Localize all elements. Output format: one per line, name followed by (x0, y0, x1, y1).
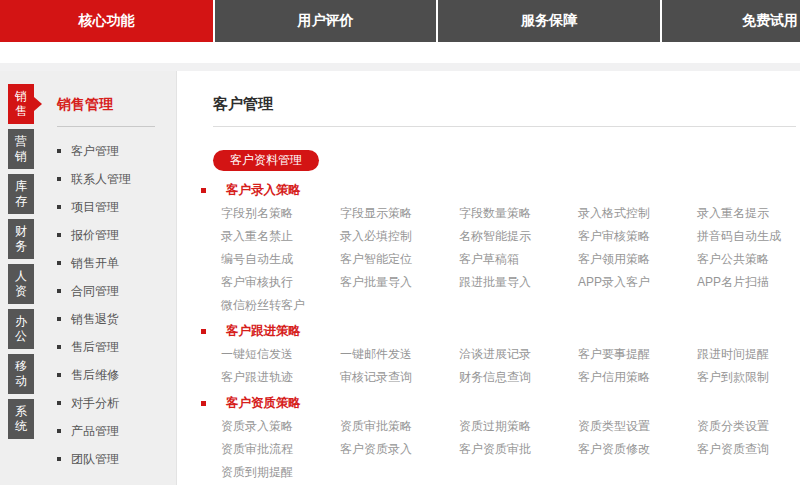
sidebar: 销售营销库存财务人资办公移动系统 销售管理 客户管理联系人管理项目管理报价管理销… (0, 71, 177, 485)
sales-menu: 销售管理 客户管理联系人管理项目管理报价管理销售开单合同管理销售退货售后管理售后… (57, 71, 176, 473)
feature-item: 客户审核策略 (578, 225, 697, 248)
feature-item: 编号自动生成 (221, 248, 340, 271)
customer-data-management-button[interactable]: 客户资料管理 (213, 150, 319, 171)
feature-item: 客户信用策略 (578, 366, 697, 389)
menu-item-bullet (57, 457, 61, 461)
feature-item: 客户领用策略 (578, 248, 697, 271)
topnav-tab-4[interactable]: 免费试用 (662, 0, 800, 42)
section-bullet-icon (201, 329, 206, 334)
menu-item-label: 团队管理 (71, 451, 119, 468)
feature-section-1: 客户录入策略字段别名策略字段显示策略字段数量策略录入格式控制录入重名提示录入重名… (213, 179, 796, 317)
category-tab-7[interactable]: 移动 (8, 354, 34, 394)
feature-item: 微信粉丝转客户 (221, 294, 340, 317)
feature-item: 字段数量策略 (459, 202, 578, 225)
sidebar-menu-item-10[interactable]: 对手分析 (57, 389, 176, 417)
main-content: 客户管理 客户资料管理 客户录入策略字段别名策略字段显示策略字段数量策略录入格式… (177, 71, 800, 485)
feature-item: 资质到期提醒 (221, 461, 340, 484)
feature-item: 跟进时间提醒 (697, 343, 800, 366)
sidebar-menu-item-12[interactable]: 团队管理 (57, 445, 176, 473)
feature-grid-1: 字段别名策略字段显示策略字段数量策略录入格式控制录入重名提示录入重名禁止录入必填… (221, 202, 796, 317)
feature-item: 资质过期策略 (459, 415, 578, 438)
category-tab-3[interactable]: 库存 (8, 174, 34, 214)
feature-item: 录入必填控制 (340, 225, 459, 248)
menu-item-label: 项目管理 (71, 199, 119, 216)
feature-item: 客户到款限制 (697, 366, 800, 389)
feature-item: 客户资质修改 (578, 438, 697, 461)
feature-grid-2: 一键短信发送一键邮件发送洽谈进展记录客户要事提醒跟进时间提醒客户跟进轨迹审核记录… (221, 343, 796, 389)
sidebar-menu-item-2[interactable]: 联系人管理 (57, 165, 176, 193)
feature-item: 录入重名提示 (697, 202, 800, 225)
menu-item-label: 销售开单 (71, 255, 119, 272)
feature-item: APP录入客户 (578, 271, 697, 294)
feature-item: 洽谈进展记录 (459, 343, 578, 366)
topnav-tab-2[interactable]: 用户评价 (215, 0, 436, 42)
category-tab-2[interactable]: 营销 (8, 129, 34, 169)
section-header-1: 客户录入策略 (201, 179, 796, 202)
feature-item: 录入重名禁止 (221, 225, 340, 248)
category-tab-6[interactable]: 办公 (8, 309, 34, 349)
feature-item: 财务信息查询 (459, 366, 578, 389)
feature-item: 客户资质查询 (697, 438, 800, 461)
sidebar-menu-item-9[interactable]: 售后维修 (57, 361, 176, 389)
feature-sections: 客户录入策略字段别名策略字段显示策略字段数量策略录入格式控制录入重名提示录入重名… (213, 179, 796, 484)
section-header-2: 客户跟进策略 (201, 320, 796, 343)
category-tab-5[interactable]: 人资 (8, 264, 34, 304)
feature-section-3: 客户资质策略资质录入策略资质审批策略资质过期策略资质类型设置资质分类设置资质审批… (213, 392, 796, 484)
feature-item: 客户审核执行 (221, 271, 340, 294)
sidebar-title: 销售管理 (57, 96, 176, 114)
sidebar-menu-item-1[interactable]: 客户管理 (57, 137, 176, 165)
feature-item: 客户资质审批 (459, 438, 578, 461)
top-spacer (0, 42, 800, 63)
feature-item: APP名片扫描 (697, 271, 800, 294)
category-tab-8[interactable]: 系统 (8, 399, 34, 439)
category-tabs: 销售营销库存财务人资办公移动系统 (8, 84, 34, 444)
feature-item: 客户智能定位 (340, 248, 459, 271)
feature-item: 一键短信发送 (221, 343, 340, 366)
feature-item: 字段显示策略 (340, 202, 459, 225)
page-title: 客户管理 (213, 95, 796, 114)
menu-item-label: 合同管理 (71, 283, 119, 300)
feature-item: 客户要事提醒 (578, 343, 697, 366)
menu-item-label: 联系人管理 (71, 171, 131, 188)
menu-item-bullet (57, 177, 61, 181)
category-tab-1[interactable]: 销售 (8, 84, 34, 124)
feature-item: 资质审批策略 (340, 415, 459, 438)
feature-item: 客户跟进轨迹 (221, 366, 340, 389)
title-divider (213, 126, 796, 127)
menu-item-bullet (57, 373, 61, 377)
feature-item: 资质分类设置 (697, 415, 800, 438)
sidebar-menu-item-8[interactable]: 售后管理 (57, 333, 176, 361)
feature-item: 跟进批量导入 (459, 271, 578, 294)
menu-item-bullet (57, 429, 61, 433)
sidebar-menu-item-7[interactable]: 销售退货 (57, 305, 176, 333)
feature-item: 客户草稿箱 (459, 248, 578, 271)
sidebar-menu-item-4[interactable]: 报价管理 (57, 221, 176, 249)
topnav-tab-3[interactable]: 服务保障 (438, 0, 660, 42)
feature-item: 客户批量导入 (340, 271, 459, 294)
sidebar-divider (57, 126, 155, 127)
menu-item-label: 销售退货 (71, 311, 119, 328)
content-row: 销售营销库存财务人资办公移动系统 销售管理 客户管理联系人管理项目管理报价管理销… (0, 71, 800, 485)
content-top-band (0, 63, 800, 71)
feature-item: 审核记录查询 (340, 366, 459, 389)
topnav-tab-1[interactable]: 核心功能 (0, 0, 213, 42)
sidebar-menu-item-11[interactable]: 产品管理 (57, 417, 176, 445)
category-tab-4[interactable]: 财务 (8, 219, 34, 259)
section-title: 客户跟进策略 (226, 323, 301, 340)
feature-item: 客户公共策略 (697, 248, 800, 271)
feature-item: 名称智能提示 (459, 225, 578, 248)
sidebar-menu-item-5[interactable]: 销售开单 (57, 249, 176, 277)
feature-item: 拼音码自动生成 (697, 225, 800, 248)
menu-item-bullet (57, 261, 61, 265)
section-bullet-icon (201, 401, 206, 406)
menu-item-bullet (57, 289, 61, 293)
feature-item: 资质录入策略 (221, 415, 340, 438)
menu-item-label: 报价管理 (71, 227, 119, 244)
menu-item-bullet (57, 205, 61, 209)
sidebar-menu-item-6[interactable]: 合同管理 (57, 277, 176, 305)
menu-item-bullet (57, 345, 61, 349)
sidebar-menu-item-3[interactable]: 项目管理 (57, 193, 176, 221)
menu-item-label: 客户管理 (71, 143, 119, 160)
menu-item-label: 售后维修 (71, 367, 119, 384)
menu-item-label: 售后管理 (71, 339, 119, 356)
